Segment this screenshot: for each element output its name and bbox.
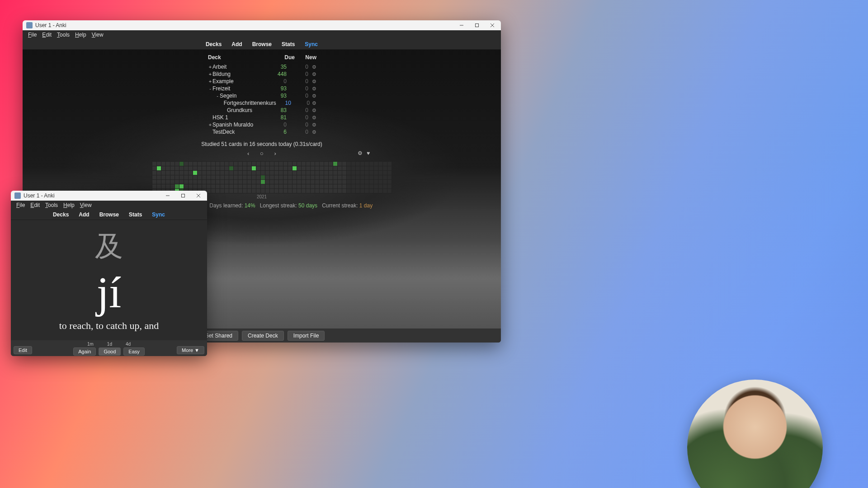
deck-row[interactable]: +Bildung4480⚙ [208,70,316,78]
deck-row[interactable]: +Arbeit350⚙ [208,63,316,70]
heatmap-settings-icon[interactable]: ⚙ [358,150,363,156]
menu-edit[interactable]: Edit [39,32,54,38]
deck-name[interactable]: Bildung [212,71,269,77]
menu-help[interactable]: Help [72,32,89,38]
deck-row[interactable]: Grundkurs830⚙ [208,107,316,114]
deck-name[interactable]: Spanish Muraldo [212,122,269,128]
col-new: New [298,54,316,61]
titlebar[interactable]: User 1 - Anki [11,191,207,201]
menu-help[interactable]: Help [61,202,77,208]
deck-name[interactable]: HSK 1 [212,114,269,121]
menu-file[interactable]: File [25,32,39,38]
deck-new: 0 [290,107,308,113]
deck-name[interactable]: Example [212,78,269,84]
toolbar-browse[interactable]: Browse [252,41,272,47]
toolbar-add[interactable]: Add [231,41,242,47]
tree-toggle-icon[interactable]: - [208,86,212,91]
menu-tools[interactable]: Tools [42,202,61,208]
create-deck-button[interactable]: Create Deck [242,331,284,341]
toolbar-sync[interactable]: Sync [305,41,318,47]
toolbar-stats[interactable]: Stats [129,211,142,218]
deck-name[interactable]: Freizeit [212,85,269,92]
col-due: Due [277,54,295,61]
gear-icon[interactable]: ⚙ [308,79,316,84]
titlebar[interactable]: User 1 - Anki [23,20,501,30]
toolbar-decks[interactable]: Decks [53,211,69,218]
nav-today-icon[interactable]: ○ [260,150,264,157]
gear-icon[interactable]: ⚙ [308,93,316,99]
svg-rect-5 [182,194,185,197]
deck-row[interactable]: TestDeck60⚙ [208,128,316,136]
deck-row[interactable]: -Freizeit930⚙ [208,85,316,92]
toolbar-browse[interactable]: Browse [99,211,119,218]
gear-icon[interactable]: ⚙ [308,71,316,77]
deck-row[interactable]: HSK 1810⚙ [208,114,316,121]
tree-toggle-icon[interactable]: + [208,71,212,77]
menu-edit[interactable]: Edit [28,202,42,208]
deck-due: 93 [269,93,287,99]
deck-name[interactable]: Segeln [220,93,269,99]
good-button[interactable]: Good [99,347,121,356]
deck-row[interactable]: +Example00⚙ [208,78,316,85]
menu-view[interactable]: View [89,32,106,38]
deck-due: 35 [269,64,287,70]
deck-due: 83 [269,107,287,113]
gear-icon[interactable]: ⚙ [308,122,316,128]
deck-due: 6 [269,129,287,135]
gear-icon[interactable]: ⚙ [308,115,316,121]
toolbar-sync[interactable]: Sync [152,211,165,218]
deck-row[interactable]: +Spanish Muraldo00⚙ [208,121,316,128]
deck-name[interactable]: Arbeit [212,64,269,70]
deck-table: Deck Due New +Arbeit350⚙+Bildung4480⚙+Ex… [208,54,316,136]
nav-prev-icon[interactable]: ‹ [247,150,249,157]
deck-new: 0 [290,64,308,70]
menu-tools[interactable]: Tools [54,32,72,38]
minimize-icon[interactable] [454,20,469,30]
app-icon [14,192,21,199]
nav-next-icon[interactable]: › [274,150,276,157]
toolbar-stats[interactable]: Stats [282,41,295,47]
deck-name[interactable]: Fortgeschrittenenkurs [224,100,276,106]
tree-toggle-icon[interactable]: - [215,93,220,99]
studied-today: Studied 51 cards in 16 seconds today (0.… [23,141,501,147]
card-pinyin: jí [97,270,121,314]
toolbar-decks[interactable]: Decks [206,41,222,47]
heatmap-heart-icon[interactable]: ♥ [367,150,370,156]
close-icon[interactable] [485,20,500,30]
import-file-button[interactable]: Import File [288,331,325,341]
interval-again: 1m [87,342,94,347]
gear-icon[interactable]: ⚙ [310,100,316,106]
deck-name[interactable]: Grundkurs [227,107,269,113]
toolbar: DecksAddBrowseStatsSync [23,39,501,50]
heatmap-cell [387,188,392,193]
deck-name[interactable]: TestDeck [212,129,269,135]
gear-icon[interactable]: ⚙ [308,64,316,70]
deck-row[interactable]: -Segeln930⚙ [208,92,316,99]
again-button[interactable]: Again [73,347,96,356]
maximize-icon[interactable] [175,191,191,201]
window-title: User 1 - Anki [35,22,66,28]
deck-due: 0 [269,122,287,128]
gear-icon[interactable]: ⚙ [308,108,316,113]
tree-toggle-icon[interactable]: + [208,122,212,127]
easy-button[interactable]: Easy [123,347,144,356]
tree-toggle-icon[interactable]: + [208,79,212,84]
menu-view[interactable]: View [77,202,94,208]
menubar: FileEditToolsHelpView [23,30,501,39]
close-icon[interactable] [191,191,206,201]
app-icon [26,22,33,28]
minimize-icon[interactable] [160,191,175,201]
menu-file[interactable]: File [14,202,28,208]
more-button[interactable]: More ▼ [177,346,204,354]
deck-new: 0 [290,78,308,84]
deck-new: 0 [290,93,308,99]
presenter-avatar [687,380,823,488]
gear-icon[interactable]: ⚙ [308,86,316,92]
toolbar-add[interactable]: Add [79,211,89,218]
deck-new: 0 [290,114,308,121]
gear-icon[interactable]: ⚙ [308,129,316,135]
maximize-icon[interactable] [469,20,485,30]
tree-toggle-icon[interactable]: + [208,64,212,70]
deck-row[interactable]: Fortgeschrittenenkurs100⚙ [208,99,316,107]
svg-rect-1 [476,24,479,27]
